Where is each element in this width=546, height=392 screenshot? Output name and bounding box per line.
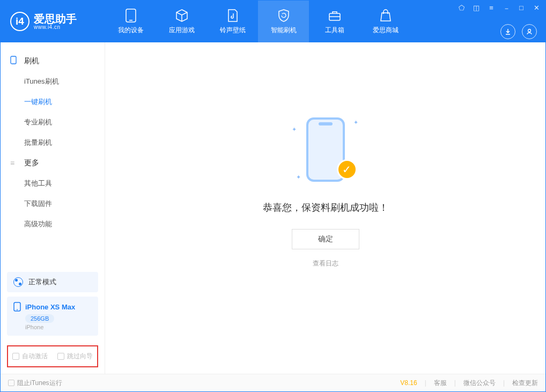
nav-apps-games[interactable]: 应用游戏: [156, 1, 207, 42]
check-badge-icon: ✓: [337, 159, 357, 180]
sidebar-section-more: ≡ 更多: [1, 153, 105, 173]
app-url: www.i4.cn: [34, 24, 77, 30]
bag-icon: [378, 8, 393, 23]
window-controls: ⬠ ◫ ≡ － □ ✕: [456, 4, 541, 13]
app-window: i4 爱思助手 www.i4.cn 我的设备 应用游戏 铃声壁纸 智能刷机: [0, 0, 546, 392]
main-content: ✦ ✦ ✦ ✓ 恭喜您，保资料刷机成功啦！ 确定 查看日志: [105, 42, 545, 374]
sparkle-icon: ✦: [296, 174, 301, 181]
footer-right: V8.16 | 客服 | 微信公众号 | 检查更新: [400, 379, 538, 388]
device-capacity: 256GB: [25, 314, 54, 323]
device-sub: iPhone: [25, 324, 92, 330]
svg-rect-1: [129, 20, 132, 21]
checkbox-icon: [12, 353, 19, 360]
wechat-link[interactable]: 微信公众号: [463, 379, 496, 388]
nav-ringtones[interactable]: 铃声壁纸: [207, 1, 258, 42]
sidebar-item-pro-flash[interactable]: 专业刷机: [1, 112, 105, 132]
checkbox-block-itunes[interactable]: 阻止iTunes运行: [8, 379, 62, 388]
sidebar-item-itunes-flash[interactable]: iTunes刷机: [1, 71, 105, 92]
shield-refresh-icon: [276, 8, 291, 23]
sidebar-item-download-firmware[interactable]: 下载固件: [1, 194, 105, 214]
titlebar: i4 爱思助手 www.i4.cn 我的设备 应用游戏 铃声壁纸 智能刷机: [1, 1, 545, 42]
sidebar-section-flash: 刷机: [1, 50, 105, 71]
mode-icon: [13, 277, 23, 287]
close-button[interactable]: ✕: [532, 4, 541, 13]
menu-icon[interactable]: ≡: [486, 4, 496, 13]
logo-icon: i4: [10, 12, 29, 31]
list-icon: ≡: [10, 159, 19, 167]
phone-small-icon: [10, 56, 19, 66]
sidebar-item-other-tools[interactable]: 其他工具: [1, 173, 105, 194]
checkbox-skip-guide[interactable]: 跳过向导: [57, 352, 93, 361]
user-controls: [500, 24, 537, 39]
device-icon: [123, 8, 138, 23]
body: 刷机 iTunes刷机 一键刷机 专业刷机 批量刷机 ≡ 更多 其他工具 下载固…: [1, 42, 545, 374]
toolbox-icon: [327, 8, 342, 23]
shirt-icon[interactable]: ⬠: [456, 4, 466, 13]
user-button[interactable]: [522, 24, 537, 39]
nav-toolbox[interactable]: 工具箱: [309, 1, 360, 42]
svg-rect-5: [11, 56, 16, 64]
download-button[interactable]: [500, 24, 515, 39]
support-link[interactable]: 客服: [434, 379, 447, 388]
check-update-link[interactable]: 检查更新: [512, 379, 538, 388]
view-log-link[interactable]: 查看日志: [313, 259, 338, 268]
sidebar: 刷机 iTunes刷机 一键刷机 专业刷机 批量刷机 ≡ 更多 其他工具 下载固…: [1, 42, 105, 374]
titlebar-right: ⬠ ◫ ≡ － □ ✕: [456, 1, 545, 42]
app-name: 爱思助手: [34, 13, 77, 24]
logo[interactable]: i4 爱思助手 www.i4.cn: [1, 12, 105, 31]
minimize-button[interactable]: －: [501, 4, 511, 13]
success-message: 恭喜您，保资料刷机成功啦！: [263, 201, 388, 214]
sparkle-icon: ✦: [292, 126, 297, 133]
nav-mall[interactable]: 爱思商城: [360, 1, 411, 42]
cube-icon: [174, 8, 189, 23]
sidebar-item-oneclick-flash[interactable]: 一键刷机: [1, 92, 105, 112]
sidebar-item-advanced[interactable]: 高级功能: [1, 214, 105, 234]
mode-status[interactable]: 正常模式: [7, 272, 98, 292]
checkbox-auto-activate[interactable]: 自动激活: [12, 352, 48, 361]
nav-smart-flash[interactable]: 智能刷机: [258, 1, 309, 42]
sparkle-icon: ✦: [353, 119, 358, 126]
checkbox-icon: [8, 380, 14, 386]
device-name: iPhone XS Max: [13, 302, 92, 312]
music-file-icon: [225, 8, 240, 23]
top-nav: 我的设备 应用游戏 铃声壁纸 智能刷机 工具箱 爱思商城: [105, 1, 411, 42]
footer: 阻止iTunes运行 V8.16 | 客服 | 微信公众号 | 检查更新: [1, 374, 545, 391]
nav-my-device[interactable]: 我的设备: [105, 1, 156, 42]
svg-point-4: [528, 29, 531, 32]
flash-options-box: 自动激活 跳过向导: [7, 345, 98, 367]
feedback-icon[interactable]: ◫: [471, 4, 481, 13]
maximize-button[interactable]: □: [517, 4, 526, 13]
device-phone-icon: [13, 302, 21, 312]
success-illustration: ✦ ✦ ✦ ✓: [291, 116, 360, 186]
version-label: V8.16: [400, 379, 417, 387]
sidebar-item-batch-flash[interactable]: 批量刷机: [1, 132, 105, 153]
svg-point-7: [17, 309, 18, 310]
device-card[interactable]: iPhone XS Max 256GB iPhone: [7, 297, 98, 336]
ok-button[interactable]: 确定: [292, 229, 359, 249]
checkbox-icon: [57, 353, 64, 360]
